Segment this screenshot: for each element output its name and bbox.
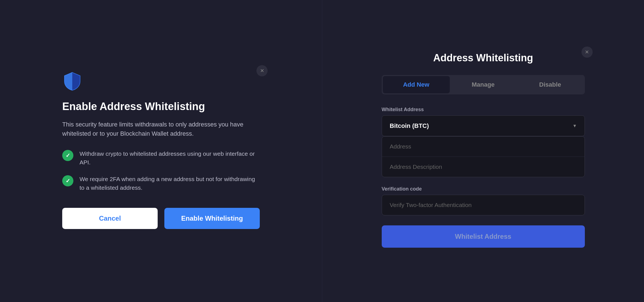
feature-item-1: ✓ Withdraw crypto to whitelisted address…: [62, 149, 260, 167]
crypto-select[interactable]: Bitcoin (BTC) Ethereum (ETH) Litecoin (L…: [382, 116, 585, 136]
tab-disable[interactable]: Disable: [517, 76, 584, 93]
verification-code-label: Verification code: [382, 186, 585, 192]
whitelist-address-section: Whitelist Address Bitcoin (BTC) Ethereum…: [382, 107, 585, 177]
right-panel: ✕ Address Whitelisting Add New Manage Di…: [322, 0, 644, 302]
right-modal: ✕ Address Whitelisting Add New Manage Di…: [366, 39, 600, 263]
address-description-input[interactable]: [382, 157, 585, 177]
feature-item-2: ✓ We require 2FA when adding a new addre…: [62, 175, 260, 192]
verify-2fa-input[interactable]: [382, 195, 585, 215]
left-modal: ✕ Enable Address Whitelisting This secur…: [47, 57, 275, 245]
tab-add-new[interactable]: Add New: [383, 76, 450, 93]
whitelist-address-label: Whitelist Address: [382, 107, 585, 113]
verification-section: Verification code: [382, 186, 585, 215]
tab-row: Add New Manage Disable: [382, 75, 585, 94]
crypto-select-wrapper: Bitcoin (BTC) Ethereum (ETH) Litecoin (L…: [382, 115, 585, 136]
feature-text-1: Withdraw crypto to whitelisted addresses…: [80, 149, 260, 167]
shield-icon: [62, 71, 82, 91]
shield-icon-wrap: [62, 71, 260, 92]
enable-whitelisting-button[interactable]: Enable Whitelisting: [164, 208, 260, 229]
crypto-select-wrap: Bitcoin (BTC) Ethereum (ETH) Litecoin (L…: [382, 115, 585, 136]
whitelist-address-button[interactable]: Whitelist Address: [382, 225, 585, 248]
check-icon-2: ✓: [62, 175, 73, 186]
button-row: Cancel Enable Whitelisting: [62, 208, 260, 229]
left-panel: ✕ Enable Address Whitelisting This secur…: [0, 0, 322, 302]
address-fields-group: [382, 136, 585, 177]
check-icon-1: ✓: [62, 150, 73, 161]
right-modal-title: Address Whitelisting: [382, 52, 585, 64]
right-close-button[interactable]: ✕: [581, 47, 593, 58]
cancel-button[interactable]: Cancel: [62, 208, 158, 229]
left-close-button[interactable]: ✕: [256, 65, 268, 76]
left-modal-title: Enable Address Whitelisting: [62, 100, 260, 113]
screen: ✕ Enable Address Whitelisting This secur…: [0, 0, 644, 302]
tab-manage[interactable]: Manage: [450, 76, 517, 93]
left-modal-description: This security feature limits withdrawals…: [62, 120, 260, 138]
feature-list: ✓ Withdraw crypto to whitelisted address…: [62, 149, 260, 192]
address-input[interactable]: [382, 137, 585, 157]
feature-text-2: We require 2FA when adding a new address…: [80, 175, 260, 192]
